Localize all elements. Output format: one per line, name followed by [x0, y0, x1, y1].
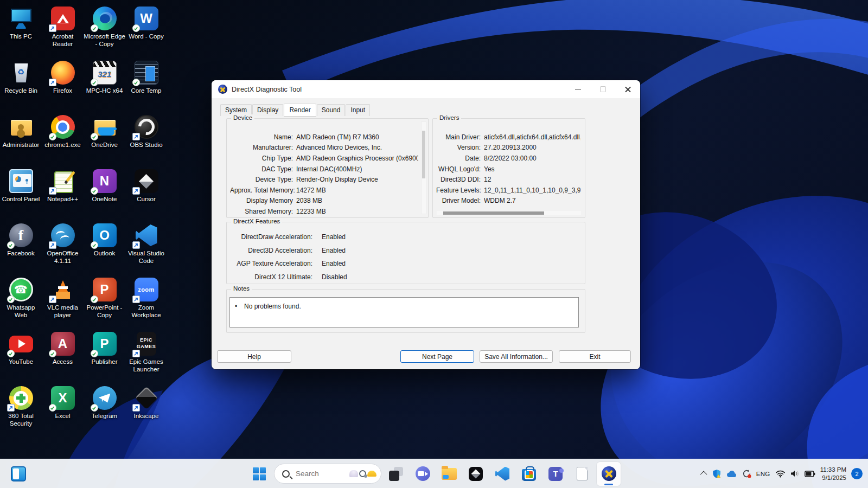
tray-overflow-button[interactable] [702, 471, 707, 476]
start-button[interactable] [247, 462, 271, 486]
scrollbar-thumb[interactable] [443, 211, 544, 215]
desktop-icon-excel[interactable]: Excel [42, 382, 84, 436]
desktop-icon-control-panel[interactable]: Control Panel [0, 165, 42, 219]
cursor-app-button[interactable] [464, 462, 488, 486]
exit-button[interactable]: Exit [559, 350, 631, 363]
drivers-row: Feature Levels:12_0,11_1,11_0,10_1,10_0,… [436, 185, 580, 196]
sync-check-badge [91, 404, 98, 412]
desktop-icon-publisher[interactable]: Publisher [84, 328, 125, 382]
field-value: AMD Radeon Graphics Processor (0x6900) [296, 155, 418, 162]
desktop-icon-vscode[interactable]: Visual Studio Code [125, 219, 167, 273]
field-label: Device Type: [230, 176, 293, 183]
desktop-icon-label: Epic Games Launcher [125, 358, 167, 374]
task-view-button[interactable] [384, 462, 408, 486]
desktop-icon-zoom-workplace[interactable]: Zoom Workplace [125, 273, 167, 328]
tab-input[interactable]: Input [346, 104, 370, 116]
device-row: Manufacturer:Advanced Micro Devices, Inc… [230, 143, 418, 153]
wifi-tray-button[interactable] [775, 470, 786, 478]
desktop-icon-recycle-bin[interactable]: Recycle Bin [0, 56, 42, 111]
wifi-icon [775, 470, 786, 478]
taskbar-search[interactable] [274, 464, 381, 484]
desktop-icon-acrobat-reader[interactable]: Acrobat Reader [42, 2, 84, 56]
desktop-icon-powerpoint-copy[interactable]: PowerPoint - Copy [84, 273, 125, 328]
file-explorer-button[interactable] [437, 462, 461, 486]
desktop-icon-label: Whatsapp Web [0, 304, 42, 319]
clock[interactable]: 11:33 PM 9/1/2025 [820, 466, 846, 482]
taskbar-center: T [247, 459, 621, 488]
tab-sound[interactable]: Sound [317, 104, 346, 116]
field-value: WDDM 2.7 [484, 197, 580, 204]
sync-check-badge [7, 241, 15, 249]
desktop-icon-youtube[interactable]: YouTube [0, 328, 42, 382]
desktop-icon-onenote[interactable]: OneNote [84, 165, 125, 219]
scrollbar-thumb[interactable] [422, 131, 425, 178]
desktop-icon-facebook[interactable]: Facebook [0, 219, 42, 273]
minimize-button[interactable] [565, 80, 590, 98]
device-group-title: Device [231, 114, 254, 121]
desktop-icon-openoffice[interactable]: OpenOffice 4.1.11 [42, 219, 84, 273]
desktop-icon-epic-games[interactable]: Epic Games Launcher [125, 328, 167, 382]
desktop-icon-onedrive[interactable]: OneDrive [84, 111, 125, 165]
desktop-icon-access[interactable]: Access [42, 328, 84, 382]
desktop-icon-whatsapp-web[interactable]: Whatsapp Web [0, 273, 42, 328]
update-restart-tray-button[interactable] [742, 469, 751, 478]
next-page-button[interactable]: Next Page [400, 350, 474, 363]
close-button[interactable] [615, 80, 640, 98]
chevron-up-icon [700, 471, 707, 478]
desktop-icon-label: Zoom Workplace [125, 304, 167, 319]
desktop-icon-core-temp[interactable]: Core Temp [125, 56, 167, 111]
tab-display[interactable]: Display [252, 104, 283, 116]
drivers-horizontal-scrollbar[interactable] [437, 211, 581, 215]
volume-tray-button[interactable] [790, 470, 800, 478]
field-label: Name: [230, 133, 293, 141]
sync-check-badge [91, 79, 98, 86]
help-button[interactable]: Help [217, 350, 291, 363]
field-label: AGP Texture Acceleration: [230, 260, 312, 267]
device-row: DAC Type:Internal DAC(400MHz) [230, 164, 418, 175]
desktop-icon-this-pc[interactable]: This PC [0, 2, 42, 56]
sync-check-badge [91, 296, 98, 303]
notes-textbox[interactable]: • No problems found. [229, 297, 579, 328]
battery-tray-button[interactable] [805, 471, 815, 477]
notification-count-badge[interactable]: 2 [851, 468, 863, 479]
chat-button[interactable] [411, 462, 435, 486]
desktop-icon-vlc[interactable]: VLC media player [42, 273, 84, 328]
desktop-icon-360-total-security[interactable]: 360 Total Security [0, 382, 42, 436]
maximize-button[interactable] [590, 80, 615, 98]
sync-check-badge [132, 79, 140, 86]
desktop-icon-administrator[interactable]: Administrator [0, 111, 42, 165]
feature-row: Direct3D Acceleration:Enabled [230, 244, 575, 258]
desktop-icon-firefox[interactable]: Firefox [42, 56, 84, 111]
vscode-button[interactable] [490, 462, 514, 486]
field-value: Enabled [322, 247, 346, 254]
security-tray-button[interactable] [712, 469, 722, 479]
language-indicator[interactable]: ENG [756, 471, 770, 477]
sync-check-badge [7, 296, 15, 303]
search-input[interactable] [295, 469, 349, 478]
sync-check-badge [91, 350, 98, 357]
desktop-icon-notepad-plus-plus[interactable]: Notepad++ [42, 165, 84, 219]
sync-check-badge [7, 350, 15, 357]
desktop-icon-word-copy[interactable]: Word - Copy [125, 2, 167, 56]
device-vertical-scrollbar[interactable] [421, 121, 426, 214]
teams-button[interactable]: T [544, 462, 567, 486]
desktop-icon-chrome1[interactable]: chrome1.exe [42, 111, 84, 165]
desktop-icon-telegram[interactable]: Telegram [84, 382, 125, 436]
desktop-icon-grid: This PC Acrobat Reader Microsoft Edge - … [0, 2, 167, 436]
onedrive-tray-button[interactable] [726, 470, 737, 478]
tab-render[interactable]: Render [284, 104, 316, 117]
dxdiag-taskbar-button[interactable] [597, 462, 621, 486]
notepad-button[interactable] [570, 462, 594, 486]
desktop-icon-outlook[interactable]: Outlook [84, 219, 125, 273]
field-label: DirectX 12 Ultimate: [230, 273, 312, 281]
desktop-icon-obs-studio[interactable]: OBS Studio [125, 111, 167, 165]
desktop-icon-cursor[interactable]: Cursor [125, 165, 167, 219]
drivers-row: Main Driver:aticfx64.dll,aticfx64.dll,at… [436, 132, 580, 143]
desktop-icon-edge-copy[interactable]: Microsoft Edge - Copy [84, 2, 125, 56]
desktop-icon-mpc-hc[interactable]: MPC-HC x64 [84, 56, 125, 111]
save-all-information-button[interactable]: Save All Information... [480, 350, 553, 363]
widgets-button[interactable] [7, 462, 30, 486]
desktop-icon-inkscape[interactable]: Inkscape [125, 382, 167, 436]
microsoft-store-button[interactable] [517, 462, 541, 486]
search-highlights [349, 470, 376, 477]
